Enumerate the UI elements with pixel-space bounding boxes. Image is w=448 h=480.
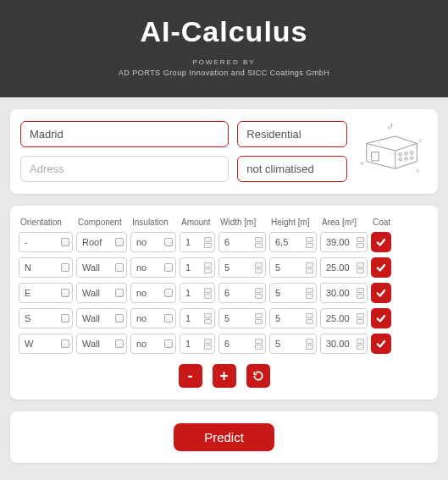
component-select[interactable]: Wall: [76, 283, 127, 303]
table-row: EWallno16530.00: [19, 283, 429, 303]
insulation-select[interactable]: no: [130, 232, 176, 252]
insulation-select[interactable]: no: [130, 334, 176, 354]
width-stepper[interactable]: 5: [218, 308, 266, 328]
powered-by-label: POWERED BY: [0, 58, 448, 66]
table-row: NWallno15525.00: [19, 257, 429, 278]
city-input[interactable]: Madrid: [20, 121, 229, 147]
svg-rect-0: [372, 152, 379, 161]
col-insulation: Insulation: [132, 218, 178, 227]
amount-stepper[interactable]: 1: [180, 283, 215, 303]
height-stepper[interactable]: 5: [269, 308, 317, 328]
property-card: Madrid Residential Adress not climatised…: [10, 109, 438, 194]
orientation-select[interactable]: S: [19, 308, 73, 328]
companies-label: AD PORTS Group Innovation and SICC Coati…: [0, 69, 448, 77]
area-stepper[interactable]: 39.00: [320, 232, 368, 252]
width-stepper[interactable]: 6: [218, 283, 266, 303]
width-stepper[interactable]: 6: [218, 232, 266, 252]
coat-checkbox[interactable]: [371, 232, 391, 252]
insulation-select[interactable]: no: [130, 283, 176, 303]
col-component: Component: [78, 218, 129, 227]
width-stepper[interactable]: 6: [218, 334, 266, 354]
col-height: Height [m]: [271, 218, 318, 227]
area-stepper[interactable]: 25.00: [320, 308, 368, 328]
col-amount: Amount: [181, 218, 217, 227]
coat-checkbox[interactable]: [371, 334, 391, 354]
add-row-button[interactable]: +: [213, 364, 236, 388]
table-row: WWallno16530.00: [19, 334, 429, 354]
orientation-select[interactable]: -: [19, 232, 73, 252]
area-stepper[interactable]: 30.00: [320, 283, 368, 303]
col-area: Area [m²]: [322, 218, 369, 227]
predict-card: Predict: [10, 411, 438, 463]
svg-text:O: O: [419, 138, 423, 143]
height-stepper[interactable]: 5: [269, 334, 317, 354]
components-card: Orientation Component Insulation Amount …: [10, 206, 438, 400]
reset-button[interactable]: [246, 364, 270, 388]
svg-point-5: [405, 157, 407, 160]
coat-checkbox[interactable]: [371, 257, 391, 278]
coat-checkbox[interactable]: [371, 283, 391, 303]
width-stepper[interactable]: 5: [218, 257, 266, 278]
orientation-select[interactable]: N: [19, 257, 73, 278]
svg-point-2: [405, 152, 407, 155]
svg-text:N: N: [387, 125, 390, 130]
component-select[interactable]: Wall: [76, 334, 127, 354]
table-header: Orientation Component Insulation Amount …: [19, 218, 429, 232]
coat-checkbox[interactable]: [371, 308, 391, 328]
area-stepper[interactable]: 30.00: [320, 334, 368, 354]
component-select[interactable]: Wall: [76, 308, 127, 328]
svg-text:S: S: [416, 168, 419, 174]
table-row: SWallno15525.00: [19, 308, 429, 328]
component-select[interactable]: Wall: [76, 257, 127, 278]
svg-point-1: [399, 153, 401, 156]
height-stepper[interactable]: 5: [269, 283, 317, 303]
amount-stepper[interactable]: 1: [180, 232, 215, 252]
predict-button[interactable]: Predict: [174, 423, 274, 451]
col-orientation: Orientation: [20, 218, 75, 227]
orientation-select[interactable]: W: [19, 334, 73, 354]
app-title: AI-Calculus: [0, 15, 448, 48]
building-type-select[interactable]: Residential: [237, 121, 347, 147]
height-stepper[interactable]: 6,5: [269, 232, 317, 252]
address-input[interactable]: Adress: [20, 156, 229, 182]
svg-point-6: [411, 157, 413, 159]
col-width: Width [m]: [220, 218, 268, 227]
insulation-select[interactable]: no: [130, 308, 176, 328]
svg-text:W: W: [360, 161, 364, 166]
amount-stepper[interactable]: 1: [180, 334, 215, 354]
svg-point-4: [399, 158, 401, 161]
insulation-select[interactable]: no: [130, 257, 176, 278]
orientation-select[interactable]: E: [19, 283, 73, 303]
remove-row-button[interactable]: -: [179, 364, 202, 388]
svg-point-3: [411, 152, 413, 154]
app-header: AI-Calculus POWERED BY AD PORTS Group In…: [0, 0, 448, 97]
amount-stepper[interactable]: 1: [180, 257, 215, 278]
climate-select[interactable]: not climatised: [237, 156, 347, 182]
building-sketch-icon: N O W S: [356, 121, 428, 180]
height-stepper[interactable]: 5: [269, 257, 317, 278]
amount-stepper[interactable]: 1: [180, 308, 215, 328]
table-row: -Roofno166,539.00: [19, 232, 429, 252]
row-controls: - +: [19, 364, 429, 388]
component-select[interactable]: Roof: [76, 232, 127, 252]
area-stepper[interactable]: 25.00: [320, 257, 368, 278]
col-coat: Coat: [373, 218, 396, 227]
